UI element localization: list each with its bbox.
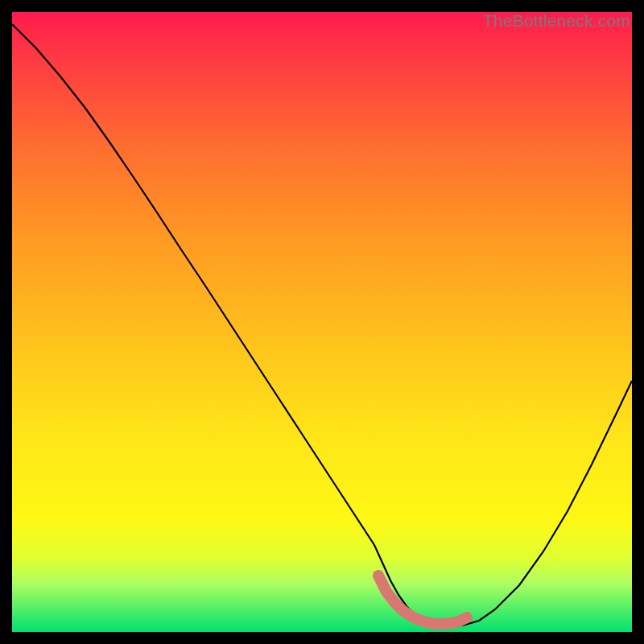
plot-frame: TheBottleneck.com (12, 12, 632, 632)
watermark-text: TheBottleneck.com (483, 11, 630, 31)
bottleneck-curve-path (12, 24, 632, 626)
chart-svg (12, 12, 632, 632)
